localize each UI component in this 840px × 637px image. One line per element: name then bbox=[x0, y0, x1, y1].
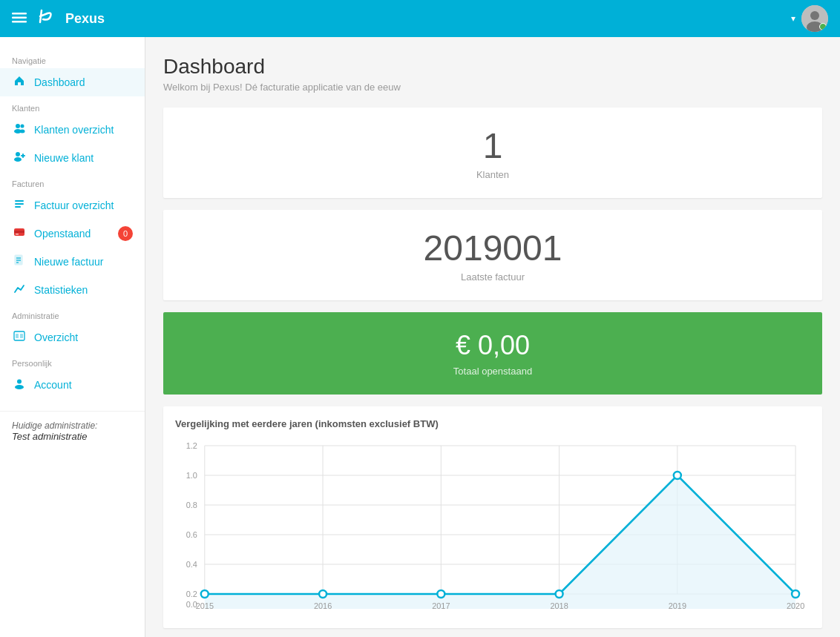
account-icon bbox=[12, 377, 27, 392]
svg-text:2020: 2020 bbox=[787, 601, 804, 610]
svg-text:2019: 2019 bbox=[669, 601, 686, 610]
sidebar-section-administratie: Administratie bbox=[0, 304, 145, 323]
svg-rect-2 bbox=[12, 21, 27, 23]
page-title: Dashboard bbox=[163, 55, 822, 79]
svg-point-11 bbox=[14, 157, 22, 162]
sidebar: Navigatie Dashboard Klanten Klanten over… bbox=[0, 37, 145, 637]
svg-point-4 bbox=[810, 11, 819, 20]
list-icon bbox=[12, 198, 27, 213]
sidebar-item-statistieken[interactable]: Statistieken bbox=[0, 276, 145, 304]
new-invoice-icon bbox=[12, 254, 27, 269]
topbar-right: ▾ bbox=[791, 5, 828, 32]
factuur-value: 2019001 bbox=[181, 228, 804, 268]
svg-point-53 bbox=[674, 472, 681, 479]
svg-rect-0 bbox=[12, 13, 27, 15]
chart-area: 1.2 1.0 0.8 0.6 0.4 0.2 0.0 bbox=[175, 438, 810, 616]
sidebar-section-persoonlijk: Persoonlijk bbox=[0, 351, 145, 371]
svg-rect-15 bbox=[15, 203, 24, 205]
svg-rect-1 bbox=[12, 16, 27, 19]
svg-text:1.2: 1.2 bbox=[186, 441, 197, 450]
svg-rect-26 bbox=[20, 334, 23, 338]
svg-point-28 bbox=[15, 385, 24, 389]
svg-text:2018: 2018 bbox=[550, 601, 568, 610]
sidebar-item-nieuwe-klant[interactable]: Nieuwe klant bbox=[0, 144, 145, 172]
users-icon bbox=[12, 122, 27, 137]
home-icon bbox=[12, 75, 27, 90]
topbar: Pexus ▾ bbox=[0, 0, 840, 37]
sidebar-section-facturen: Facturen bbox=[0, 172, 145, 191]
app-title: Pexus bbox=[65, 11, 105, 27]
sidebar-admin-label: Huidige administratie: bbox=[12, 420, 133, 431]
card-openstaand: € 0,00 Totaal openstaand bbox=[163, 312, 822, 395]
card-klanten: 1 Klanten bbox=[163, 108, 822, 198]
klanten-value: 1 bbox=[181, 125, 804, 166]
svg-point-49 bbox=[201, 590, 209, 598]
svg-text:0.2: 0.2 bbox=[186, 590, 197, 598]
svg-text:0.8: 0.8 bbox=[186, 501, 197, 509]
svg-text:2017: 2017 bbox=[432, 601, 450, 610]
openstaand-badge: 0 bbox=[118, 226, 133, 241]
chart-container: Vergelijking met eerdere jaren (inkomste… bbox=[163, 406, 822, 628]
svg-rect-16 bbox=[15, 206, 21, 208]
stat-klanten: 1 Klanten bbox=[163, 108, 822, 198]
sidebar-section-klanten: Klanten bbox=[0, 96, 145, 116]
factuur-label: Laatste factuur bbox=[181, 271, 804, 283]
layout: Navigatie Dashboard Klanten Klanten over… bbox=[0, 37, 840, 637]
topbar-left: Pexus bbox=[12, 6, 105, 31]
chart-title: Vergelijking met eerdere jaren (inkomste… bbox=[175, 418, 810, 429]
svg-marker-48 bbox=[205, 475, 795, 609]
avatar-status bbox=[819, 23, 827, 30]
stats-icon bbox=[12, 283, 27, 297]
svg-text:0.6: 0.6 bbox=[186, 530, 197, 539]
svg-point-51 bbox=[437, 590, 444, 598]
menu-icon[interactable] bbox=[12, 11, 27, 27]
sidebar-item-klanten-overzicht[interactable]: Klanten overzicht bbox=[0, 116, 145, 144]
sidebar-item-account[interactable]: Account bbox=[0, 371, 145, 399]
svg-point-9 bbox=[20, 130, 25, 133]
svg-rect-25 bbox=[16, 334, 19, 338]
svg-rect-19 bbox=[16, 234, 19, 235]
chart-svg: 1.2 1.0 0.8 0.6 0.4 0.2 0.0 bbox=[175, 438, 810, 616]
openstaand-amount: € 0,00 bbox=[181, 330, 804, 361]
svg-text:2015: 2015 bbox=[196, 601, 214, 610]
page-subtitle: Welkom bij Pexus! Dé facturatie applicat… bbox=[163, 82, 822, 93]
svg-text:2016: 2016 bbox=[314, 601, 332, 610]
svg-point-27 bbox=[17, 380, 22, 384]
openstaand-label: Totaal openstaand bbox=[181, 366, 804, 377]
avatar[interactable] bbox=[801, 5, 828, 32]
stat-factuur: 2019001 Laatste factuur bbox=[163, 210, 822, 300]
add-user-icon bbox=[12, 151, 27, 165]
card-chart: Vergelijking met eerdere jaren (inkomste… bbox=[163, 406, 822, 628]
sidebar-admin-name: Test administratie bbox=[12, 431, 133, 442]
svg-point-52 bbox=[556, 590, 563, 598]
svg-point-54 bbox=[792, 590, 799, 598]
svg-rect-14 bbox=[15, 200, 24, 202]
svg-point-10 bbox=[16, 152, 20, 156]
svg-point-6 bbox=[16, 124, 20, 128]
klanten-label: Klanten bbox=[181, 169, 804, 180]
svg-rect-18 bbox=[14, 231, 24, 233]
user-dropdown-icon[interactable]: ▾ bbox=[791, 13, 795, 24]
main-content: Dashboard Welkom bij Pexus! Dé facturati… bbox=[145, 37, 840, 637]
credit-card-icon bbox=[12, 226, 27, 241]
card-factuur: 2019001 Laatste factuur bbox=[163, 210, 822, 300]
sidebar-item-dashboard[interactable]: Dashboard bbox=[0, 68, 145, 96]
sidebar-item-factuur-overzicht[interactable]: Factuur overzicht bbox=[0, 191, 145, 220]
sidebar-section-navigatie: Navigatie bbox=[0, 49, 145, 68]
svg-text:0.4: 0.4 bbox=[186, 560, 197, 569]
logo-icon bbox=[36, 6, 56, 31]
svg-point-8 bbox=[21, 125, 24, 128]
overview-icon bbox=[12, 330, 27, 345]
sidebar-footer: Huidige administratie: Test administrati… bbox=[0, 411, 145, 442]
svg-point-50 bbox=[319, 590, 327, 598]
sidebar-item-openstaand[interactable]: Openstaand 0 bbox=[0, 220, 145, 248]
sidebar-item-overzicht[interactable]: Overzicht bbox=[0, 323, 145, 351]
svg-text:1.0: 1.0 bbox=[186, 471, 197, 480]
sidebar-item-nieuwe-factuur[interactable]: Nieuwe factuur bbox=[0, 248, 145, 276]
